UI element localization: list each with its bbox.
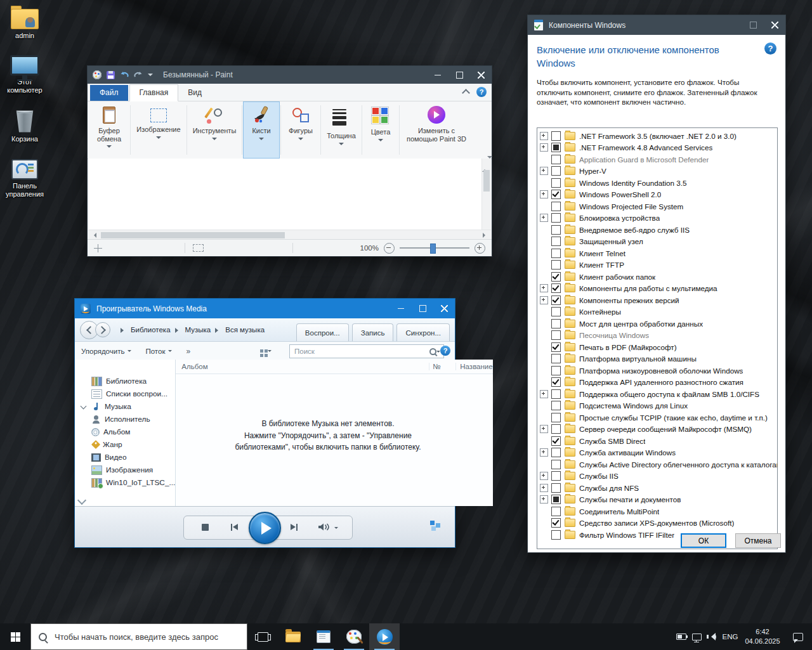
forward-button[interactable]	[95, 322, 110, 337]
close-button[interactable]	[433, 299, 455, 318]
feature-checkbox[interactable]	[551, 413, 561, 422]
feature-checkbox[interactable]	[551, 283, 561, 293]
feature-checkbox[interactable]	[551, 483, 561, 493]
feature-row[interactable]: Мост для центра обработки данных	[537, 318, 777, 330]
expand-icon[interactable]	[540, 472, 548, 480]
feature-checkbox[interactable]	[551, 155, 561, 164]
feature-checkbox[interactable]	[551, 366, 561, 375]
feature-checkbox[interactable]	[551, 354, 561, 363]
volume-caret-icon[interactable]	[334, 526, 339, 530]
feature-row[interactable]: Windows PowerShell 2.0	[537, 189, 777, 201]
expand-icon[interactable]	[540, 390, 548, 398]
feature-row[interactable]: .NET Framework 3.5 (включает .NET 2.0 и …	[537, 130, 777, 142]
paint-canvas[interactable]	[88, 159, 482, 230]
feature-row[interactable]: Application Guard в Microsoft Defender	[537, 153, 777, 166]
feature-checkbox[interactable]	[551, 460, 561, 469]
expand-icon[interactable]	[540, 284, 548, 292]
undo-icon[interactable]	[120, 71, 129, 79]
paint-titlebar[interactable]: Безымянный - Paint	[88, 66, 492, 84]
feature-checkbox[interactable]	[551, 389, 561, 399]
ribbon-group-clipboard[interactable]: Буфер обмена	[89, 101, 129, 159]
maximize-button[interactable]	[742, 15, 764, 35]
taskbar-item-windows-features[interactable]	[308, 623, 339, 650]
desktop-icon[interactable]: Корзина	[5, 109, 44, 143]
tree-item[interactable]: Исполнитель	[75, 413, 175, 426]
expand-icon[interactable]	[540, 214, 548, 222]
maximize-button[interactable]	[449, 66, 470, 84]
breadcrumb-music[interactable]: Музыка	[185, 326, 211, 334]
tree-item[interactable]: Изображения	[75, 464, 175, 476]
expand-icon[interactable]	[540, 484, 548, 492]
tree-item[interactable]: Жанр	[75, 438, 175, 451]
language-indicator[interactable]: ENG	[719, 633, 741, 640]
chevron-down-icon[interactable]	[81, 403, 87, 410]
feature-checkbox[interactable]	[551, 448, 561, 457]
feature-checkbox[interactable]	[551, 436, 561, 446]
ribbon-group-image[interactable]: Изображение	[131, 101, 186, 159]
expand-icon[interactable]	[540, 167, 548, 175]
ribbon-group-size[interactable]: Толщина	[322, 101, 361, 159]
feature-row[interactable]: Поддержка API удаленного разностного сжа…	[537, 377, 777, 389]
feature-row[interactable]: Службы Active Directory облегченного дос…	[537, 458, 777, 471]
feature-row[interactable]: Платформа виртуальной машины	[537, 353, 777, 365]
vertical-scrollbar[interactable]	[481, 159, 491, 230]
taskbar-item-explorer[interactable]	[278, 623, 308, 650]
zoom-slider[interactable]	[400, 247, 469, 249]
scroll-right-icon[interactable]	[483, 233, 488, 238]
taskbar-search[interactable]	[30, 623, 247, 650]
feature-checkbox[interactable]	[551, 190, 561, 199]
action-center-button[interactable]	[784, 633, 812, 641]
feature-checkbox[interactable]	[551, 518, 561, 528]
feature-checkbox[interactable]	[551, 330, 561, 340]
feature-checkbox[interactable]	[551, 202, 561, 211]
feature-checkbox[interactable]	[551, 249, 561, 258]
close-button[interactable]	[470, 66, 492, 84]
ribbon-group-tools[interactable]: Инструменты	[188, 101, 241, 159]
ribbon-group-paint3d[interactable]: Изменить с помощью Paint 3D	[400, 101, 473, 159]
next-button[interactable]	[285, 522, 302, 532]
feature-checkbox[interactable]	[551, 272, 561, 282]
volume-button[interactable]	[317, 523, 331, 531]
feature-row[interactable]: Службы для NFS	[537, 482, 777, 494]
tab-play[interactable]: Воспрои...	[296, 323, 349, 341]
scrollbar-thumb[interactable]	[101, 232, 285, 238]
desktop-icon[interactable]: Панель управления	[5, 157, 44, 198]
feature-checkbox[interactable]	[551, 296, 561, 305]
feature-row[interactable]: Windows Identity Foundation 3.5	[537, 177, 777, 189]
taskbar-search-input[interactable]	[53, 632, 239, 642]
feature-checkbox[interactable]	[551, 424, 561, 434]
tray-network-icon[interactable]	[689, 623, 704, 650]
redo-icon[interactable]	[134, 71, 143, 79]
feature-checkbox[interactable]	[551, 166, 561, 176]
feature-checkbox[interactable]	[551, 178, 561, 188]
switch-to-now-playing-button[interactable]	[430, 521, 442, 531]
tree-item[interactable]: Видео	[75, 451, 175, 464]
feature-checkbox[interactable]	[551, 507, 561, 516]
expand-icon[interactable]	[540, 495, 548, 504]
expand-icon[interactable]	[540, 190, 548, 198]
ribbon-group-brushes[interactable]: Кисти	[243, 101, 280, 159]
column-title[interactable]: Название	[455, 363, 492, 370]
column-number[interactable]: №	[429, 363, 455, 370]
feature-checkbox[interactable]	[551, 377, 561, 387]
taskbar-item-paint[interactable]	[339, 623, 369, 650]
scroll-left-icon[interactable]	[91, 233, 96, 238]
tab-home[interactable]: Главная	[129, 84, 179, 101]
tree-item[interactable]: Списки воспрои...	[75, 387, 175, 400]
feature-checkbox[interactable]	[551, 143, 561, 152]
feature-row[interactable]: Служба активации Windows	[537, 447, 777, 459]
taskbar-item-wmp[interactable]	[369, 623, 400, 650]
feature-row[interactable]: Службы IIS	[537, 471, 777, 483]
start-button[interactable]	[0, 623, 30, 650]
help-icon[interactable]	[440, 346, 450, 356]
tab-burn[interactable]: Запись	[352, 323, 394, 341]
feature-row[interactable]: Печать в PDF (Майкрософт)	[537, 341, 777, 353]
help-icon[interactable]	[476, 87, 487, 97]
feature-checkbox[interactable]	[551, 495, 561, 504]
expand-icon[interactable]	[540, 132, 548, 140]
organize-button[interactable]: Упорядочить	[81, 348, 131, 355]
view-options-button[interactable]	[260, 348, 272, 354]
desktop-icon[interactable]: admin	[5, 6, 44, 40]
tree-item[interactable]: Библиотека	[75, 375, 175, 387]
ok-button[interactable]: ОК	[681, 533, 726, 548]
